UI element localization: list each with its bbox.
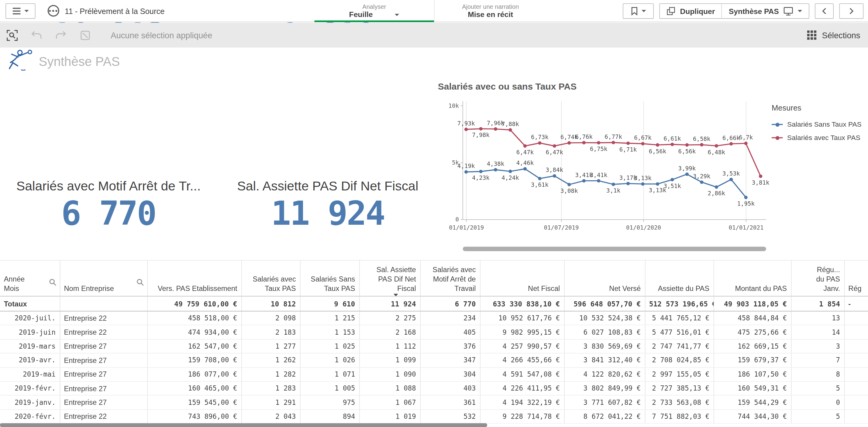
column-search-icon[interactable] bbox=[48, 278, 57, 286]
data-point[interactable] bbox=[685, 143, 689, 147]
cell-salaries-avec-taux-pas[interactable]: 1 262 bbox=[241, 353, 300, 367]
data-point[interactable] bbox=[494, 127, 497, 131]
data-point[interactable] bbox=[508, 128, 512, 132]
data-point[interactable] bbox=[464, 170, 468, 173]
legend-item[interactable]: Salariés Sans Taux PAS bbox=[772, 121, 867, 128]
data-point[interactable] bbox=[641, 142, 644, 145]
cell-net-fiscal[interactable]: 4 257 990,57 € bbox=[480, 339, 564, 353]
cell-assiette-du-pas[interactable]: 5 477 516,01 € bbox=[645, 325, 714, 339]
cell-salaries-sans-taux-pas[interactable]: 1 025 bbox=[300, 339, 359, 353]
data-point[interactable] bbox=[626, 182, 630, 185]
data-point[interactable] bbox=[759, 175, 762, 178]
data-point[interactable] bbox=[494, 168, 497, 171]
cell-reg-cut[interactable] bbox=[844, 311, 868, 325]
cell-net-verse[interactable]: 3 802 849,99 € bbox=[564, 382, 645, 395]
cell-annee-mois[interactable]: 2020-juil. bbox=[0, 311, 60, 325]
next-sheet-button[interactable] bbox=[839, 3, 863, 19]
data-point[interactable] bbox=[715, 144, 718, 147]
cell-nom-entreprise[interactable]: Entreprise 22 bbox=[60, 409, 147, 423]
data-point[interactable] bbox=[508, 170, 512, 173]
cell-salaries-avec-taux-pas[interactable]: 2 043 bbox=[241, 409, 300, 423]
cell-vers-pas-etablissement[interactable]: 159 708,00 € bbox=[147, 353, 242, 367]
cell-salaries-avec-motif-arret[interactable]: 532 bbox=[420, 409, 480, 423]
bookmarks-button[interactable] bbox=[623, 3, 654, 19]
cell-nom-entreprise[interactable]: Entreprise 27 bbox=[60, 339, 147, 353]
cell-nom-entreprise[interactable]: Entreprise 22 bbox=[60, 311, 147, 325]
cell-montant-du-pas[interactable]: 458 844,84 € bbox=[714, 311, 791, 325]
data-point[interactable] bbox=[744, 196, 748, 199]
cell-salaries-avec-motif-arret[interactable]: 403 bbox=[420, 382, 480, 395]
cell-salaries-sans-taux-pas[interactable]: 894 bbox=[300, 409, 359, 423]
step-forward-button[interactable] bbox=[49, 26, 73, 44]
cell-montant-du-pas[interactable]: 475 275,66 € bbox=[714, 325, 791, 339]
cell-vers-pas-etablissement[interactable]: 160 465,00 € bbox=[147, 382, 242, 395]
data-point[interactable] bbox=[567, 141, 571, 144]
cell-reg-cut[interactable] bbox=[844, 395, 868, 409]
cell-regu-du-pas-janv[interactable]: 14 bbox=[791, 325, 844, 339]
cell-regu-du-pas-janv[interactable]: 5 bbox=[791, 409, 844, 423]
cell-nom-entreprise[interactable]: Entreprise 27 bbox=[60, 367, 147, 382]
cell-nom-entreprise[interactable]: Entreprise 27 bbox=[60, 353, 147, 367]
column-header-montant-du-pas[interactable]: Montant du PAS bbox=[714, 260, 791, 296]
duplicate-button[interactable]: Dupliquer bbox=[660, 4, 721, 18]
chart-plot-area[interactable]: 01/01/201901/07/201901/01/202001/01/2021… bbox=[456, 97, 770, 232]
data-point[interactable] bbox=[700, 143, 703, 146]
app-identity[interactable]: ●●● 11 - Prélèvement à la Source bbox=[48, 5, 165, 17]
data-point[interactable] bbox=[479, 127, 482, 130]
cell-salaries-sans-taux-pas[interactable]: 975 bbox=[300, 395, 359, 409]
data-point[interactable] bbox=[700, 180, 703, 184]
column-header-salaries-sans-taux-pas[interactable]: Salariés SansTaux PAS bbox=[300, 260, 359, 296]
cell-salaries-avec-taux-pas[interactable]: 2 098 bbox=[241, 311, 300, 325]
cell-net-fiscal[interactable]: 4 226 411,95 € bbox=[480, 382, 564, 395]
data-point[interactable] bbox=[612, 141, 615, 144]
cell-assiette-du-pas[interactable]: 2 747 741,77 € bbox=[645, 339, 714, 353]
cell-annee-mois[interactable]: 2019-juin bbox=[0, 325, 60, 339]
cell-salaries-sans-taux-pas[interactable]: 1 005 bbox=[300, 382, 359, 395]
cell-salaries-avec-motif-arret[interactable]: 304 bbox=[420, 367, 480, 382]
selections-tool-button[interactable]: Sélections bbox=[807, 30, 860, 40]
cell-annee-mois[interactable]: 2019-janv. bbox=[0, 395, 60, 409]
cell-assiette-du-pas[interactable]: 2 997 155,05 € bbox=[645, 367, 714, 382]
cell-salaries-avec-motif-arret[interactable]: 361 bbox=[420, 395, 480, 409]
cell-nom-entreprise[interactable]: Entreprise 22 bbox=[60, 325, 147, 339]
data-point[interactable] bbox=[479, 170, 482, 173]
legend-item[interactable]: Salariés avec Taux PAS bbox=[772, 134, 867, 142]
smart-search-button[interactable] bbox=[0, 26, 24, 44]
column-header-nom-entreprise[interactable]: Nom Entreprise bbox=[60, 260, 147, 296]
cell-salaries-sans-taux-pas[interactable]: 1 215 bbox=[300, 311, 359, 325]
cell-salaries-sans-taux-pas[interactable]: 1 153 bbox=[300, 325, 359, 339]
cell-montant-du-pas[interactable]: 744 344,30 € bbox=[714, 409, 791, 423]
table-horizontal-scrollbar[interactable] bbox=[0, 423, 487, 427]
cell-net-verse[interactable]: 10 532 524,38 € bbox=[564, 311, 645, 325]
cell-salaries-avec-motif-arret[interactable]: 234 bbox=[420, 311, 480, 325]
cell-regu-du-pas-janv[interactable]: 13 bbox=[791, 311, 844, 325]
cell-nom-entreprise[interactable]: Entreprise 27 bbox=[60, 382, 147, 395]
data-point[interactable] bbox=[597, 179, 600, 183]
column-header-regu-du-pas-janv[interactable]: Régu...du PASJanv. bbox=[791, 260, 844, 296]
cell-annee-mois[interactable]: 2019-avr. bbox=[0, 353, 60, 367]
clear-selections-button[interactable] bbox=[73, 26, 97, 44]
cell-sal-assiette-pas-dif-net-fiscal[interactable]: 1 099 bbox=[359, 353, 420, 367]
chart-horizontal-scrollbar[interactable] bbox=[463, 247, 766, 251]
data-point[interactable] bbox=[567, 183, 571, 186]
cell-vers-pas-etablissement[interactable]: 186 077,00 € bbox=[147, 367, 242, 382]
cell-net-verse[interactable]: 3 771 607,82 € bbox=[564, 395, 645, 409]
column-search-icon[interactable] bbox=[136, 278, 144, 286]
data-point[interactable] bbox=[715, 185, 718, 189]
cell-reg-cut[interactable] bbox=[844, 339, 868, 353]
cell-net-fiscal[interactable]: 9 228 714,78 € bbox=[480, 409, 564, 423]
cell-net-verse[interactable]: 3 830 569,69 € bbox=[564, 339, 645, 353]
data-point[interactable] bbox=[671, 178, 674, 181]
data-point[interactable] bbox=[685, 172, 689, 176]
cell-salaries-sans-taux-pas[interactable]: 1 026 bbox=[300, 353, 359, 367]
cell-sal-assiette-pas-dif-net-fiscal[interactable]: 1 067 bbox=[359, 395, 420, 409]
cell-net-fiscal[interactable]: 4 266 455,66 € bbox=[480, 353, 564, 367]
cell-sal-assiette-pas-dif-net-fiscal[interactable]: 2 275 bbox=[359, 311, 420, 325]
data-point[interactable] bbox=[464, 128, 468, 131]
data-point[interactable] bbox=[597, 141, 600, 144]
cell-salaries-avec-motif-arret[interactable]: 405 bbox=[420, 325, 480, 339]
kpi-salaries-motif-arret[interactable]: Salariés avec Motif Arrêt de Tr... 6 770 bbox=[0, 178, 217, 231]
tab-analyser-feuille[interactable]: Analyser Feuille bbox=[315, 0, 434, 22]
tab-mise-en-recit[interactable]: Ajouter une narration Mise en récit bbox=[435, 0, 547, 22]
cell-annee-mois[interactable]: 2019-févr. bbox=[0, 382, 60, 395]
